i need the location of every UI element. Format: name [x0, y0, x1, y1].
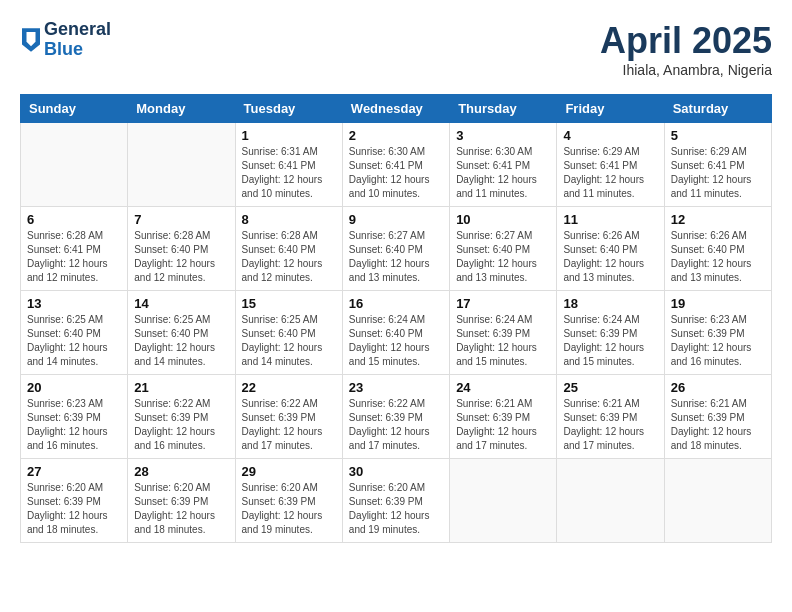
calendar-day-cell: 30Sunrise: 6:20 AM Sunset: 6:39 PM Dayli… [342, 459, 449, 543]
day-number: 26 [671, 380, 765, 395]
calendar-day-cell: 23Sunrise: 6:22 AM Sunset: 6:39 PM Dayli… [342, 375, 449, 459]
calendar-table: SundayMondayTuesdayWednesdayThursdayFrid… [20, 94, 772, 543]
logo-blue-text: Blue [44, 40, 111, 60]
day-number: 14 [134, 296, 228, 311]
day-info: Sunrise: 6:23 AM Sunset: 6:39 PM Dayligh… [671, 313, 765, 369]
calendar-day-cell: 22Sunrise: 6:22 AM Sunset: 6:39 PM Dayli… [235, 375, 342, 459]
calendar-day-cell: 5Sunrise: 6:29 AM Sunset: 6:41 PM Daylig… [664, 123, 771, 207]
day-info: Sunrise: 6:22 AM Sunset: 6:39 PM Dayligh… [242, 397, 336, 453]
day-info: Sunrise: 6:21 AM Sunset: 6:39 PM Dayligh… [456, 397, 550, 453]
day-number: 11 [563, 212, 657, 227]
day-info: Sunrise: 6:26 AM Sunset: 6:40 PM Dayligh… [671, 229, 765, 285]
day-of-week-header: Tuesday [235, 95, 342, 123]
day-info: Sunrise: 6:29 AM Sunset: 6:41 PM Dayligh… [671, 145, 765, 201]
day-number: 8 [242, 212, 336, 227]
day-number: 10 [456, 212, 550, 227]
day-info: Sunrise: 6:20 AM Sunset: 6:39 PM Dayligh… [134, 481, 228, 537]
day-of-week-header: Friday [557, 95, 664, 123]
logo-general: General [44, 20, 111, 40]
day-info: Sunrise: 6:22 AM Sunset: 6:39 PM Dayligh… [134, 397, 228, 453]
day-number: 17 [456, 296, 550, 311]
day-info: Sunrise: 6:26 AM Sunset: 6:40 PM Dayligh… [563, 229, 657, 285]
calendar-day-cell: 21Sunrise: 6:22 AM Sunset: 6:39 PM Dayli… [128, 375, 235, 459]
calendar-day-cell: 8Sunrise: 6:28 AM Sunset: 6:40 PM Daylig… [235, 207, 342, 291]
day-info: Sunrise: 6:30 AM Sunset: 6:41 PM Dayligh… [456, 145, 550, 201]
day-number: 2 [349, 128, 443, 143]
logo-icon [22, 28, 40, 52]
day-number: 4 [563, 128, 657, 143]
day-number: 9 [349, 212, 443, 227]
calendar-day-cell: 26Sunrise: 6:21 AM Sunset: 6:39 PM Dayli… [664, 375, 771, 459]
day-number: 1 [242, 128, 336, 143]
calendar-day-cell: 16Sunrise: 6:24 AM Sunset: 6:40 PM Dayli… [342, 291, 449, 375]
day-number: 16 [349, 296, 443, 311]
calendar-day-cell: 24Sunrise: 6:21 AM Sunset: 6:39 PM Dayli… [450, 375, 557, 459]
logo-text: General Blue [44, 20, 111, 60]
calendar-day-cell [21, 123, 128, 207]
day-info: Sunrise: 6:20 AM Sunset: 6:39 PM Dayligh… [242, 481, 336, 537]
day-info: Sunrise: 6:27 AM Sunset: 6:40 PM Dayligh… [456, 229, 550, 285]
calendar-day-cell: 27Sunrise: 6:20 AM Sunset: 6:39 PM Dayli… [21, 459, 128, 543]
day-number: 25 [563, 380, 657, 395]
day-info: Sunrise: 6:29 AM Sunset: 6:41 PM Dayligh… [563, 145, 657, 201]
day-number: 18 [563, 296, 657, 311]
day-info: Sunrise: 6:25 AM Sunset: 6:40 PM Dayligh… [27, 313, 121, 369]
day-number: 15 [242, 296, 336, 311]
calendar-day-cell: 14Sunrise: 6:25 AM Sunset: 6:40 PM Dayli… [128, 291, 235, 375]
calendar-header-row: SundayMondayTuesdayWednesdayThursdayFrid… [21, 95, 772, 123]
day-number: 29 [242, 464, 336, 479]
location-subtitle: Ihiala, Anambra, Nigeria [600, 62, 772, 78]
calendar-day-cell: 15Sunrise: 6:25 AM Sunset: 6:40 PM Dayli… [235, 291, 342, 375]
calendar-week-row: 1Sunrise: 6:31 AM Sunset: 6:41 PM Daylig… [21, 123, 772, 207]
calendar-day-cell: 2Sunrise: 6:30 AM Sunset: 6:41 PM Daylig… [342, 123, 449, 207]
calendar-week-row: 13Sunrise: 6:25 AM Sunset: 6:40 PM Dayli… [21, 291, 772, 375]
day-number: 3 [456, 128, 550, 143]
day-info: Sunrise: 6:20 AM Sunset: 6:39 PM Dayligh… [349, 481, 443, 537]
calendar-day-cell: 3Sunrise: 6:30 AM Sunset: 6:41 PM Daylig… [450, 123, 557, 207]
page-header: General Blue April 2025 Ihiala, Anambra,… [20, 20, 772, 78]
calendar-day-cell: 10Sunrise: 6:27 AM Sunset: 6:40 PM Dayli… [450, 207, 557, 291]
day-info: Sunrise: 6:31 AM Sunset: 6:41 PM Dayligh… [242, 145, 336, 201]
day-number: 27 [27, 464, 121, 479]
day-info: Sunrise: 6:24 AM Sunset: 6:40 PM Dayligh… [349, 313, 443, 369]
day-number: 21 [134, 380, 228, 395]
day-info: Sunrise: 6:30 AM Sunset: 6:41 PM Dayligh… [349, 145, 443, 201]
day-of-week-header: Sunday [21, 95, 128, 123]
day-number: 30 [349, 464, 443, 479]
calendar-day-cell: 11Sunrise: 6:26 AM Sunset: 6:40 PM Dayli… [557, 207, 664, 291]
day-info: Sunrise: 6:28 AM Sunset: 6:41 PM Dayligh… [27, 229, 121, 285]
day-of-week-header: Monday [128, 95, 235, 123]
day-of-week-header: Wednesday [342, 95, 449, 123]
day-info: Sunrise: 6:21 AM Sunset: 6:39 PM Dayligh… [563, 397, 657, 453]
day-info: Sunrise: 6:20 AM Sunset: 6:39 PM Dayligh… [27, 481, 121, 537]
calendar-day-cell: 13Sunrise: 6:25 AM Sunset: 6:40 PM Dayli… [21, 291, 128, 375]
calendar-day-cell: 7Sunrise: 6:28 AM Sunset: 6:40 PM Daylig… [128, 207, 235, 291]
title-section: April 2025 Ihiala, Anambra, Nigeria [600, 20, 772, 78]
day-info: Sunrise: 6:24 AM Sunset: 6:39 PM Dayligh… [456, 313, 550, 369]
calendar-day-cell: 9Sunrise: 6:27 AM Sunset: 6:40 PM Daylig… [342, 207, 449, 291]
day-info: Sunrise: 6:21 AM Sunset: 6:39 PM Dayligh… [671, 397, 765, 453]
calendar-day-cell: 28Sunrise: 6:20 AM Sunset: 6:39 PM Dayli… [128, 459, 235, 543]
day-info: Sunrise: 6:22 AM Sunset: 6:39 PM Dayligh… [349, 397, 443, 453]
day-number: 5 [671, 128, 765, 143]
day-info: Sunrise: 6:25 AM Sunset: 6:40 PM Dayligh… [134, 313, 228, 369]
day-info: Sunrise: 6:27 AM Sunset: 6:40 PM Dayligh… [349, 229, 443, 285]
calendar-day-cell: 20Sunrise: 6:23 AM Sunset: 6:39 PM Dayli… [21, 375, 128, 459]
day-of-week-header: Thursday [450, 95, 557, 123]
calendar-day-cell: 6Sunrise: 6:28 AM Sunset: 6:41 PM Daylig… [21, 207, 128, 291]
day-number: 13 [27, 296, 121, 311]
day-info: Sunrise: 6:28 AM Sunset: 6:40 PM Dayligh… [242, 229, 336, 285]
day-info: Sunrise: 6:24 AM Sunset: 6:39 PM Dayligh… [563, 313, 657, 369]
day-info: Sunrise: 6:25 AM Sunset: 6:40 PM Dayligh… [242, 313, 336, 369]
month-title: April 2025 [600, 20, 772, 62]
calendar-day-cell: 1Sunrise: 6:31 AM Sunset: 6:41 PM Daylig… [235, 123, 342, 207]
day-number: 23 [349, 380, 443, 395]
day-number: 20 [27, 380, 121, 395]
day-number: 6 [27, 212, 121, 227]
day-info: Sunrise: 6:28 AM Sunset: 6:40 PM Dayligh… [134, 229, 228, 285]
calendar-day-cell [128, 123, 235, 207]
day-number: 24 [456, 380, 550, 395]
calendar-day-cell: 12Sunrise: 6:26 AM Sunset: 6:40 PM Dayli… [664, 207, 771, 291]
day-number: 28 [134, 464, 228, 479]
day-number: 7 [134, 212, 228, 227]
